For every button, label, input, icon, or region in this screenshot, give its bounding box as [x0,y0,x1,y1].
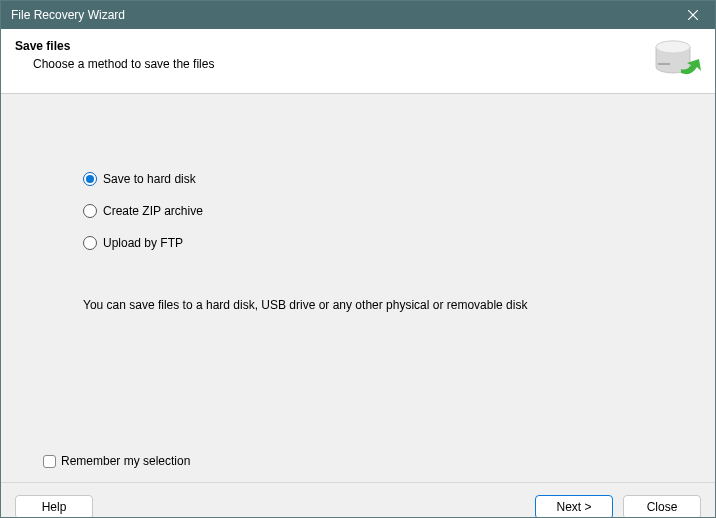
remember-selection-checkbox[interactable]: Remember my selection [43,454,190,468]
button-label: Close [647,500,678,514]
button-label: Help [42,500,67,514]
radio-label: Create ZIP archive [103,204,203,218]
radio-icon [83,172,97,186]
radio-label: Upload by FTP [103,236,183,250]
checkbox-label: Remember my selection [61,454,190,468]
window-title: File Recovery Wizard [11,8,671,22]
radio-create-zip[interactable]: Create ZIP archive [83,204,675,218]
wizard-footer: Help Next > Close [1,482,715,518]
page-subtitle: Choose a method to save the files [33,57,645,71]
close-button[interactable]: Close [623,495,701,519]
wizard-header: Save files Choose a method to save the f… [1,29,715,94]
svg-point-3 [656,41,690,53]
wizard-content: Save to hard disk Create ZIP archive Upl… [1,94,715,482]
save-method-options: Save to hard disk Create ZIP archive Upl… [41,94,675,312]
help-button[interactable]: Help [15,495,93,519]
svg-rect-4 [658,63,670,65]
page-title: Save files [15,39,645,53]
radio-icon [83,204,97,218]
option-description: You can save files to a hard disk, USB d… [83,298,675,312]
button-label: Next > [556,500,591,514]
radio-label: Save to hard disk [103,172,196,186]
radio-icon [83,236,97,250]
checkbox-icon [43,455,56,468]
next-button[interactable]: Next > [535,495,613,519]
titlebar: File Recovery Wizard [1,1,715,29]
close-icon[interactable] [671,1,715,29]
radio-save-hard-disk[interactable]: Save to hard disk [83,172,675,186]
hard-disk-recovery-icon [653,39,701,81]
radio-upload-ftp[interactable]: Upload by FTP [83,236,675,250]
